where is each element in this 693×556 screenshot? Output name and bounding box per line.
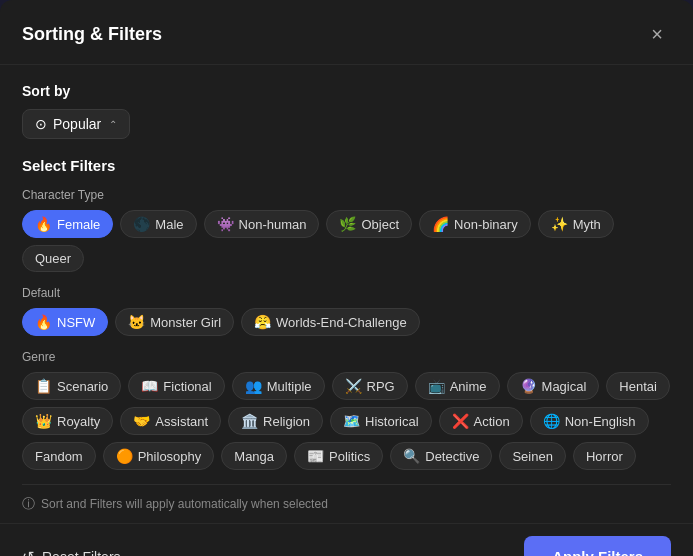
assistant-emoji: 🤝 xyxy=(133,413,150,429)
tag-assistant[interactable]: 🤝Assistant xyxy=(120,407,221,435)
sorting-filters-modal: Sorting & Filters × Sort by ⊙ Popular ⌃ … xyxy=(0,0,693,556)
tag-myth[interactable]: ✨Myth xyxy=(538,210,614,238)
default-tags: 🔥NSFW 🐱Monster Girl 😤Worlds-End-Challeng… xyxy=(22,308,671,336)
tag-queer[interactable]: Queer xyxy=(22,245,84,272)
filter-group-character-type: Character Type 🔥Female 🌑Male 👾Non-human … xyxy=(22,188,671,272)
tag-multiple[interactable]: 👥Multiple xyxy=(232,372,325,400)
tag-non-english[interactable]: 🌐Non-English xyxy=(530,407,649,435)
philosophy-emoji: 🟠 xyxy=(116,448,133,464)
female-emoji: 🔥 xyxy=(35,216,52,232)
tag-worlds-end-challenge[interactable]: 😤Worlds-End-Challenge xyxy=(241,308,420,336)
tag-historical[interactable]: 🗺️Historical xyxy=(330,407,431,435)
tag-action[interactable]: ❌Action xyxy=(439,407,523,435)
politics-emoji: 📰 xyxy=(307,448,324,464)
close-button[interactable]: × xyxy=(643,20,671,48)
chevron-down-icon: ⌃ xyxy=(109,119,117,130)
filters-section-label: Select Filters xyxy=(22,157,671,174)
tag-object[interactable]: 🌿Object xyxy=(326,210,412,238)
info-icon: ⓘ xyxy=(22,495,35,513)
multiple-emoji: 👥 xyxy=(245,378,262,394)
modal-title: Sorting & Filters xyxy=(22,24,162,45)
character-type-label: Character Type xyxy=(22,188,671,202)
sort-icon: ⊙ xyxy=(35,116,47,132)
tag-royalty[interactable]: 👑Royalty xyxy=(22,407,113,435)
rpg-emoji: ⚔️ xyxy=(345,378,362,394)
modal-body: Sort by ⊙ Popular ⌃ Select Filters Chara… xyxy=(0,65,693,523)
reset-filters-button[interactable]: ↺ Reset Filters xyxy=(22,548,121,557)
sort-dropdown[interactable]: ⊙ Popular ⌃ xyxy=(22,109,130,139)
tag-horror[interactable]: Horror xyxy=(573,442,636,470)
tag-politics[interactable]: 📰Politics xyxy=(294,442,383,470)
sort-selected-value: Popular xyxy=(53,116,101,132)
action-emoji: ❌ xyxy=(452,413,469,429)
reset-icon: ↺ xyxy=(22,548,35,557)
filter-group-default: Default 🔥NSFW 🐱Monster Girl 😤Worlds-End-… xyxy=(22,286,671,336)
male-emoji: 🌑 xyxy=(133,216,150,232)
fictional-emoji: 📖 xyxy=(141,378,158,394)
worlds-end-emoji: 😤 xyxy=(254,314,271,330)
historical-emoji: 🗺️ xyxy=(343,413,360,429)
non-binary-emoji: 🌈 xyxy=(432,216,449,232)
royalty-emoji: 👑 xyxy=(35,413,52,429)
tag-non-binary[interactable]: 🌈Non-binary xyxy=(419,210,531,238)
tag-nsfw[interactable]: 🔥NSFW xyxy=(22,308,108,336)
scenario-emoji: 📋 xyxy=(35,378,52,394)
genre-tags-row2: 👑Royalty 🤝Assistant 🏛️Religion 🗺️Histori… xyxy=(22,407,671,435)
tag-rpg[interactable]: ⚔️RPG xyxy=(332,372,408,400)
tag-detective[interactable]: 🔍Detective xyxy=(390,442,492,470)
tag-philosophy[interactable]: 🟠Philosophy xyxy=(103,442,215,470)
non-english-emoji: 🌐 xyxy=(543,413,560,429)
tag-religion[interactable]: 🏛️Religion xyxy=(228,407,323,435)
tag-monster-girl[interactable]: 🐱Monster Girl xyxy=(115,308,234,336)
religion-emoji: 🏛️ xyxy=(241,413,258,429)
apply-filters-button[interactable]: Apply Filters xyxy=(524,536,671,556)
sort-by-label: Sort by xyxy=(22,83,671,99)
filter-note: ⓘ Sort and Filters will apply automatica… xyxy=(22,485,671,523)
filter-group-genre: Genre 📋Scenario 📖Fictional 👥Multiple ⚔️R… xyxy=(22,350,671,470)
genre-tags-row3: Fandom 🟠Philosophy Manga 📰Politics 🔍Dete… xyxy=(22,442,671,470)
genre-label: Genre xyxy=(22,350,671,364)
tag-hentai[interactable]: Hentai xyxy=(606,372,670,400)
modal-header: Sorting & Filters × xyxy=(0,0,693,65)
modal-footer: ↺ Reset Filters Apply Filters xyxy=(0,523,693,556)
tag-male[interactable]: 🌑Male xyxy=(120,210,196,238)
tag-seinen[interactable]: Seinen xyxy=(499,442,565,470)
tag-manga[interactable]: Manga xyxy=(221,442,287,470)
tag-non-human[interactable]: 👾Non-human xyxy=(204,210,320,238)
detective-emoji: 🔍 xyxy=(403,448,420,464)
monster-girl-emoji: 🐱 xyxy=(128,314,145,330)
magical-emoji: 🔮 xyxy=(520,378,537,394)
tag-scenario[interactable]: 📋Scenario xyxy=(22,372,121,400)
object-emoji: 🌿 xyxy=(339,216,356,232)
anime-emoji: 📺 xyxy=(428,378,445,394)
reset-label: Reset Filters xyxy=(42,549,121,557)
genre-tags-row1: 📋Scenario 📖Fictional 👥Multiple ⚔️RPG 📺An… xyxy=(22,372,671,400)
non-human-emoji: 👾 xyxy=(217,216,234,232)
nsfw-emoji: 🔥 xyxy=(35,314,52,330)
myth-emoji: ✨ xyxy=(551,216,568,232)
tag-magical[interactable]: 🔮Magical xyxy=(507,372,600,400)
tag-fictional[interactable]: 📖Fictional xyxy=(128,372,224,400)
note-text: Sort and Filters will apply automaticall… xyxy=(41,497,328,511)
character-type-tags: 🔥Female 🌑Male 👾Non-human 🌿Object 🌈Non-bi… xyxy=(22,210,671,272)
tag-female[interactable]: 🔥Female xyxy=(22,210,113,238)
tag-fandom[interactable]: Fandom xyxy=(22,442,96,470)
tag-anime[interactable]: 📺Anime xyxy=(415,372,500,400)
default-label: Default xyxy=(22,286,671,300)
